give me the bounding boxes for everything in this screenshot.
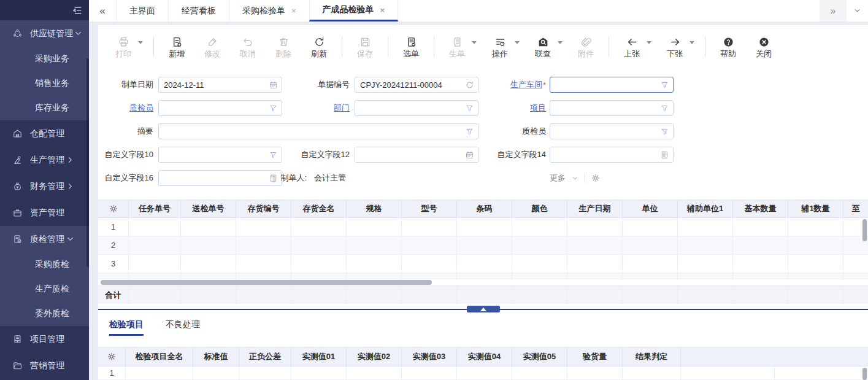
column-header[interactable]: 检验项目全名 [126,347,193,366]
table-cell[interactable] [291,236,347,255]
lines-table-vscrollbar[interactable] [862,219,867,241]
field-label[interactable]: 部门 [282,100,350,116]
filter-icon[interactable] [269,150,278,160]
table-cell[interactable] [129,236,181,255]
table-cell[interactable] [181,255,236,273]
sidebar-subitem[interactable]: 委外质检 [0,301,89,326]
field-label[interactable]: 项目 [478,100,546,116]
column-header[interactable]: 实测值01 [291,347,347,366]
table-cell[interactable] [567,366,623,380]
table-cell[interactable] [788,255,843,273]
column-header[interactable]: 送检单号 [181,200,236,217]
table-cell[interactable] [678,255,733,273]
tab-item[interactable]: 采购检验单× [229,0,309,21]
toolbar-button[interactable]: 选单 [399,36,423,58]
table-cell[interactable] [291,273,347,279]
table-cell[interactable] [347,236,402,255]
toolbar-button[interactable]: 取消 [236,36,259,58]
sidebar-item[interactable]: 营销管理 [0,352,89,379]
table-row[interactable]: 1 [98,218,868,236]
column-header[interactable]: 至 [843,200,868,217]
field-label[interactable]: 生产车间* [478,77,546,93]
tab-item[interactable]: 主界面 [116,0,168,21]
gear-icon[interactable] [109,204,118,214]
filter-icon[interactable] [269,104,278,113]
table-cell[interactable] [623,218,678,236]
table-cell[interactable] [623,366,681,380]
table-cell[interactable] [181,236,236,255]
sidebar-subitem[interactable]: 生产质检 [0,277,89,301]
toolbar-button[interactable]: 附件 [574,36,597,58]
more-toggle[interactable]: 更多 [550,170,601,186]
field-input[interactable] [158,123,478,139]
table-cell[interactable] [347,218,402,236]
table-cell[interactable] [623,273,678,279]
table-cell[interactable] [402,273,457,279]
table-row[interactable]: 2 [98,236,868,255]
detail-tab[interactable]: 检验项目 [109,315,144,336]
sidebar-subitem[interactable]: 采购质检 [0,252,89,277]
column-header[interactable]: 实测值04 [457,347,512,366]
column-header[interactable]: 颜色 [512,200,567,217]
filter-icon[interactable] [465,104,474,113]
table-cell[interactable] [291,255,347,273]
sidebar-scrollbar[interactable] [86,58,89,267]
table-cell[interactable] [236,255,291,273]
tab-close-icon[interactable]: × [380,6,385,15]
table-cell[interactable] [236,236,291,255]
table-cell[interactable] [126,366,193,380]
sidebar-item[interactable]: 项目管理 [0,326,89,352]
table-cell[interactable] [457,273,512,279]
toolbar-button[interactable]: 帮助 [716,36,740,58]
field-input[interactable] [550,77,674,93]
dropdown-caret-icon[interactable] [689,41,694,44]
table-cell[interactable] [236,218,291,236]
tab-active[interactable]: 产成品检验单× [309,0,399,21]
table-cell[interactable] [788,218,843,236]
table-cell[interactable] [678,236,733,255]
table-cell[interactable] [512,366,567,380]
table-cell[interactable] [457,255,512,273]
table-cell[interactable] [402,255,457,273]
filter-icon[interactable] [660,104,669,113]
toolbar-button[interactable]: 上张 [620,36,643,58]
dropdown-caret-icon[interactable] [472,41,477,44]
toolbar-button[interactable]: 操作 [488,36,512,58]
filter-icon[interactable] [465,127,474,136]
table-cell[interactable] [457,218,512,236]
toolbar-button[interactable]: 关闭 [752,36,775,58]
table-cell[interactable] [129,255,181,273]
tabs-scroll-left-button[interactable]: « [89,0,116,21]
column-header[interactable]: 实测值03 [402,347,457,366]
column-header[interactable]: 存货编号 [236,200,291,217]
field-input[interactable] [550,147,674,163]
column-header[interactable]: 型号 [402,200,457,217]
column-header[interactable]: 生产日期 [567,200,623,217]
column-header[interactable]: 条码 [457,200,512,217]
column-header[interactable]: 单位 [623,200,678,217]
toolbar-button[interactable]: 生单 [445,36,469,58]
gear-icon[interactable] [107,352,117,362]
field-input[interactable] [355,147,478,163]
dropdown-caret-icon[interactable] [558,41,563,44]
more-label[interactable]: 更多 [550,173,566,184]
table-cell[interactable] [291,218,347,236]
column-header[interactable]: 基本数量 [733,200,788,217]
toolbar-button[interactable]: 删除 [272,36,295,58]
table-cell[interactable] [129,218,181,236]
table-cell[interactable] [733,273,788,279]
sidebar-item[interactable]: 供应链管理 [0,20,89,47]
tabs-dropdown-icon[interactable] [853,6,862,15]
field-input[interactable]: 2024-12-11 [158,77,282,93]
tab-close-icon[interactable]: × [291,6,296,15]
column-header[interactable]: 正负公差 [239,347,291,366]
sidebar-subitem[interactable]: 库存业务 [0,96,89,120]
table-cell[interactable] [347,273,402,279]
toolbar-button[interactable]: 联查 [531,36,555,58]
table-cell[interactable] [236,273,291,279]
toolbar-button[interactable]: 打印 [112,36,135,58]
toolbar-button[interactable]: 新增 [165,36,188,58]
column-header[interactable]: 任务单号 [129,200,181,217]
collapse-sidebar-icon[interactable] [70,4,83,17]
table-cell[interactable] [512,218,567,236]
